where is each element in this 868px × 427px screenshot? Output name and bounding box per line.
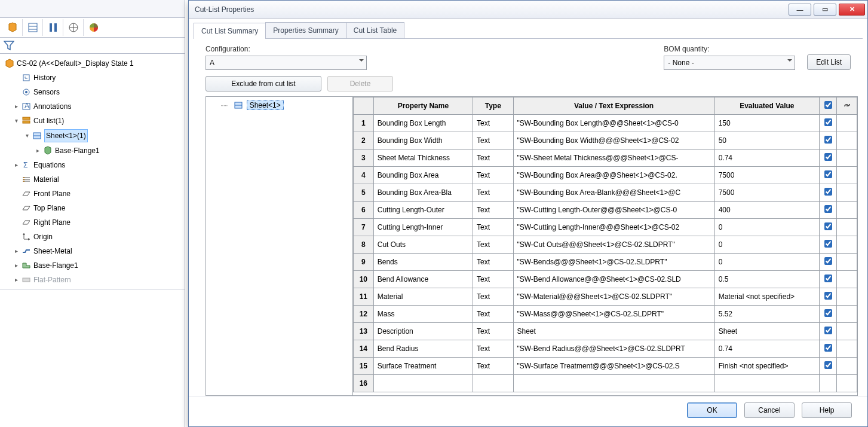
table-row[interactable]: 8Cut OutsText"SW-Cut Outs@@@Sheet<1>@CS-… (354, 236, 857, 254)
cell-type[interactable]: Text (473, 150, 513, 167)
maximize-button[interactable]: ▭ (814, 4, 836, 16)
cell-checkbox[interactable] (820, 132, 837, 150)
cell-evaluated[interactable]: 150 (714, 115, 819, 132)
configuration-dropdown[interactable]: A (206, 56, 367, 70)
cell-link[interactable] (837, 115, 857, 132)
row-checkbox[interactable] (824, 188, 832, 196)
cell-type[interactable]: Text (473, 323, 513, 340)
expand-toggle[interactable]: ▸ (13, 245, 19, 257)
row-checkbox[interactable] (824, 292, 832, 300)
cell-link[interactable] (837, 358, 857, 375)
cell-expression[interactable]: "SW-Surface Treatment@@@Sheet<1>@CS-02.S (513, 358, 714, 375)
dimexpert-icon[interactable] (63, 19, 84, 36)
delete-button[interactable]: Delete (327, 76, 393, 92)
cell-evaluated[interactable]: 0.74 (714, 340, 819, 358)
cell-expression[interactable]: "SW-Cutting Length-Inner@@@Sheet<1>@CS-0… (513, 219, 714, 236)
expand-toggle[interactable]: ▾ (13, 115, 19, 127)
tab-cutlist-table[interactable]: Cut List Table (346, 22, 405, 38)
cell-link[interactable] (837, 150, 857, 167)
row-checkbox[interactable] (824, 327, 832, 334)
cell-evaluated[interactable]: 5.52 (714, 306, 819, 323)
cell-checkbox[interactable] (820, 306, 837, 323)
tree-item[interactable]: ▸Sheet-Metal (0, 244, 185, 258)
cell-type[interactable]: Text (473, 115, 513, 132)
cell-expression[interactable] (513, 375, 714, 392)
tree-item[interactable]: ▸Flat-Pattern (0, 273, 185, 287)
cell-checkbox[interactable] (820, 340, 837, 358)
cell-link[interactable] (837, 254, 857, 271)
cell-type[interactable]: Text (473, 271, 513, 288)
cell-type[interactable]: Text (473, 236, 513, 254)
header-checkbox-input[interactable] (824, 101, 832, 109)
cell-evaluated[interactable]: Sheet (714, 323, 819, 340)
tree-item[interactable]: ▾Cut list(1) (0, 114, 185, 128)
cell-link[interactable] (837, 323, 857, 340)
table-row[interactable]: 4Bounding Box AreaText"SW-Bounding Box A… (354, 167, 857, 184)
cell-evaluated[interactable] (714, 375, 819, 392)
property-manager-icon[interactable] (23, 19, 43, 36)
tree-item[interactable]: Origin (0, 230, 185, 244)
cell-type[interactable]: Text (473, 219, 513, 236)
bom-quantity-dropdown[interactable]: - None - (664, 56, 795, 70)
cell-checkbox[interactable] (820, 375, 837, 392)
table-row[interactable]: 9BendsText"SW-Bends@@@Sheet<1>@CS-02.SLD… (354, 254, 857, 271)
cell-property-name[interactable]: Cutting Length-Outer (373, 202, 473, 219)
cell-property-name[interactable]: Cutting Length-Inner (373, 219, 473, 236)
cell-expression[interactable]: "SW-Bounding Box Width@@@Sheet<1>@CS-02 (513, 132, 714, 150)
cell-checkbox[interactable] (820, 150, 837, 167)
exclude-from-cutlist-button[interactable]: Exclude from cut list (206, 76, 321, 92)
cell-type[interactable] (473, 375, 513, 392)
cell-type[interactable]: Text (473, 306, 513, 323)
row-checkbox[interactable] (824, 153, 832, 161)
cell-checkbox[interactable] (820, 358, 837, 375)
cell-property-name[interactable]: Bend Allowance (373, 271, 473, 288)
tree-item[interactable]: ▸Base-Flange1 (0, 144, 185, 158)
cell-property-name[interactable]: Bend Radius (373, 340, 473, 358)
tab-properties-summary[interactable]: Properties Summary (265, 22, 346, 38)
cell-type[interactable]: Text (473, 288, 513, 306)
table-row[interactable]: 13DescriptionTextSheetSheet (354, 323, 857, 340)
cell-checkbox[interactable] (820, 254, 837, 271)
cell-type[interactable]: Text (473, 254, 513, 271)
cell-checkbox[interactable] (820, 219, 837, 236)
cell-link[interactable] (837, 202, 857, 219)
expand-toggle[interactable]: ▾ (24, 130, 30, 142)
cell-checkbox[interactable] (820, 323, 837, 340)
table-row[interactable]: 3Sheet Metal ThicknessText"SW-Sheet Meta… (354, 150, 857, 167)
header-expression[interactable]: Value / Text Expression (513, 97, 714, 115)
body-tree-node[interactable]: ····· Sheet<1> (210, 100, 349, 110)
cell-link[interactable] (837, 184, 857, 202)
header-evaluated[interactable]: Evaluated Value (714, 97, 819, 115)
help-button[interactable]: Help (802, 402, 852, 418)
cell-link[interactable] (837, 288, 857, 306)
header-checkbox[interactable] (820, 97, 837, 115)
table-row[interactable]: 11MaterialText"SW-Material@@@Sheet<1>@CS… (354, 288, 857, 306)
tree-item[interactable]: ▸ΣEquations (0, 158, 185, 172)
tree-item[interactable]: Material (0, 172, 185, 187)
cell-link[interactable] (837, 340, 857, 358)
cell-evaluated[interactable]: 7500 (714, 184, 819, 202)
cell-expression[interactable]: "SW-Bounding Box Area@@@Sheet<1>@CS-02. (513, 167, 714, 184)
row-checkbox[interactable] (824, 136, 832, 144)
cell-checkbox[interactable] (820, 288, 837, 306)
cell-property-name[interactable]: Bounding Box Length (373, 115, 473, 132)
cell-expression[interactable]: Sheet (513, 323, 714, 340)
table-row[interactable]: 14Bend RadiusText"SW-Bend Radius@@@Sheet… (354, 340, 857, 358)
expand-toggle[interactable]: ▸ (13, 260, 19, 272)
cell-evaluated[interactable]: 0 (714, 236, 819, 254)
cell-expression[interactable]: "SW-Cutting Length-Outer@@@Sheet<1>@CS-0 (513, 202, 714, 219)
table-row[interactable]: 1Bounding Box LengthText"SW-Bounding Box… (354, 115, 857, 132)
table-row[interactable]: 7Cutting Length-InnerText"SW-Cutting Len… (354, 219, 857, 236)
row-checkbox[interactable] (824, 205, 832, 213)
cell-type[interactable]: Text (473, 167, 513, 184)
table-row[interactable]: 2Bounding Box WidthText"SW-Bounding Box … (354, 132, 857, 150)
header-link[interactable] (837, 97, 857, 115)
cell-type[interactable]: Text (473, 340, 513, 358)
tree-root[interactable]: CS-02 (A<<Default>_Display State 1 (0, 56, 185, 71)
tab-cutlist-summary[interactable]: Cut List Summary (194, 23, 266, 39)
cell-link[interactable] (837, 219, 857, 236)
cell-property-name[interactable]: Sheet Metal Thickness (373, 150, 473, 167)
properties-table-wrapper[interactable]: Property Name Type Value / Text Expressi… (353, 97, 857, 395)
cell-link[interactable] (837, 236, 857, 254)
cell-expression[interactable]: "SW-Material@@@Sheet<1>@CS-02.SLDPRT" (513, 288, 714, 306)
